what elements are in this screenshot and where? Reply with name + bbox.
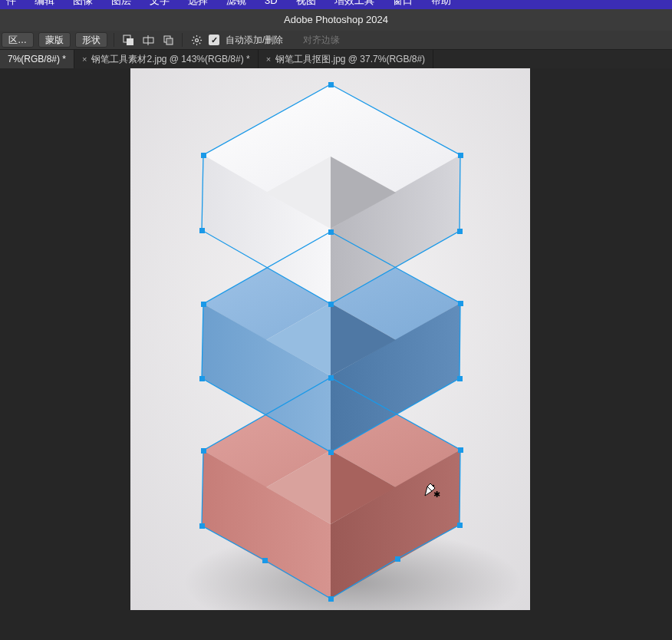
separator (114, 33, 114, 47)
svg-line-14 (199, 36, 199, 37)
path-arrange-icon[interactable] (160, 32, 176, 48)
document-tab[interactable]: 7%(RGB/8#) * (0, 50, 74, 68)
menu-edit[interactable]: 编辑 (35, 0, 54, 5)
menu-image[interactable]: 图像 (73, 0, 93, 5)
document-tab-label: 7%(RGB/8#) * (8, 54, 66, 64)
svg-rect-45 (328, 375, 334, 381)
menu-file[interactable]: 件 (6, 0, 16, 5)
svg-rect-42 (328, 450, 334, 455)
document-tab[interactable]: × 钢笔工具素材2.jpg @ 143%(RGB/8#) * (74, 50, 259, 68)
window-title: Adobe Photoshop 2024 (0, 9, 672, 31)
document-tabs: 7%(RGB/8#) * × 钢笔工具素材2.jpg @ 143%(RGB/8#… (0, 50, 672, 68)
svg-rect-35 (457, 229, 463, 234)
close-tab-icon[interactable]: × (266, 54, 271, 64)
svg-rect-1 (127, 38, 133, 45)
svg-rect-36 (328, 302, 334, 307)
menu-view[interactable]: 视图 (296, 0, 316, 5)
svg-line-11 (193, 36, 193, 37)
svg-rect-41 (457, 376, 463, 381)
auto-add-remove-checkbox[interactable]: ✓ (209, 35, 219, 45)
svg-rect-46 (458, 447, 463, 453)
close-tab-icon[interactable]: × (82, 54, 87, 64)
mask-mode-button[interactable]: 蒙版 (38, 32, 71, 48)
svg-point-6 (195, 38, 198, 41)
path-align-icon[interactable] (140, 32, 156, 48)
svg-line-13 (193, 42, 193, 43)
svg-rect-52 (201, 448, 206, 454)
svg-rect-50 (262, 558, 268, 563)
menu-layer[interactable]: 图层 (111, 0, 131, 5)
svg-rect-38 (201, 153, 206, 158)
menu-3d[interactable]: 3D (265, 0, 278, 5)
svg-rect-33 (328, 82, 334, 87)
svg-rect-40 (458, 301, 463, 306)
separator (182, 33, 183, 47)
svg-rect-34 (458, 153, 463, 158)
shape-mode-button[interactable]: 形状 (75, 32, 107, 48)
canvas[interactable] (130, 68, 530, 610)
svg-rect-43 (199, 376, 205, 381)
svg-rect-5 (166, 38, 173, 45)
svg-rect-48 (395, 556, 400, 562)
svg-rect-49 (328, 596, 334, 602)
svg-rect-47 (457, 523, 463, 528)
work-area[interactable]: ✱ 选择主体 移除背景 (0, 68, 672, 640)
document-tab-label: 钢笔工具素材2.jpg @ 143%(RGB/8#) * (91, 53, 249, 66)
options-bar: 区… 蒙版 形状 ✓ 自动添加/删除 对齐边缘 (0, 31, 672, 50)
menu-help[interactable]: 帮助 (431, 0, 451, 5)
svg-rect-39 (328, 229, 334, 235)
menu-filter[interactable]: 滤镜 (226, 0, 246, 5)
path-combine-icon[interactable] (120, 32, 136, 48)
svg-rect-37 (199, 228, 205, 233)
document-tab-label: 钢笔工具抠图.jpg @ 37.7%(RGB/8#) (275, 53, 425, 66)
menu-window[interactable]: 窗口 (393, 0, 413, 5)
svg-rect-51 (199, 523, 205, 529)
menu-bar: 件 编辑 图像 图层 文字 选择 滤镜 3D 视图 增效工具 窗口 帮助 (0, 0, 672, 9)
region-button[interactable]: 区… (2, 32, 34, 48)
svg-rect-44 (201, 302, 206, 307)
menu-type[interactable]: 文字 (150, 0, 170, 5)
svg-line-12 (199, 42, 199, 43)
gear-icon[interactable] (189, 32, 204, 48)
menu-select[interactable]: 选择 (188, 0, 208, 5)
auto-add-remove-label: 自动添加/删除 (226, 34, 283, 47)
document-tab[interactable]: × 钢笔工具抠图.jpg @ 37.7%(RGB/8#) (259, 50, 433, 68)
align-edges-label: 对齐边缘 (303, 34, 340, 47)
menu-plugins[interactable]: 增效工具 (334, 0, 374, 5)
